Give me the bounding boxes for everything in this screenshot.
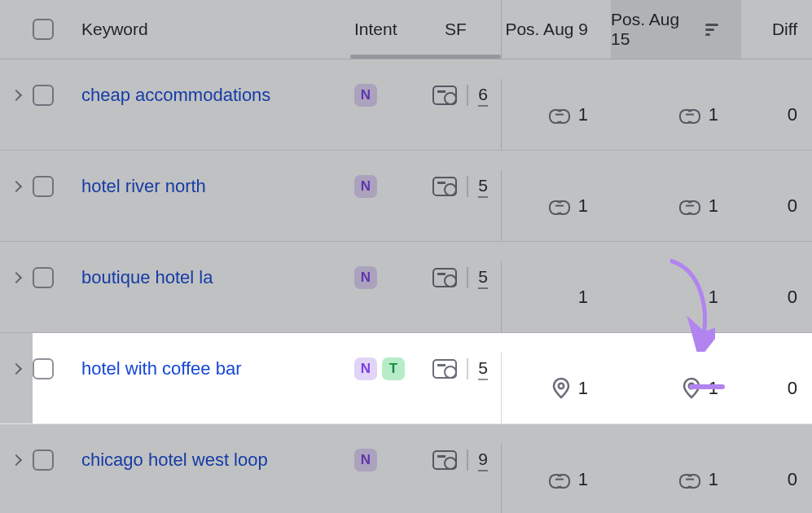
sf-count[interactable]: 9 xyxy=(478,449,488,471)
row-checkbox-cell xyxy=(33,261,81,294)
horizontal-scroll-indicator[interactable] xyxy=(350,55,501,59)
select-all-checkbox[interactable] xyxy=(33,19,54,40)
intent-badge-n[interactable]: N xyxy=(354,449,377,471)
intent-badge-n[interactable]: N xyxy=(354,175,377,198)
divider xyxy=(467,85,468,106)
position-aug15-cell: 1 xyxy=(611,79,741,150)
sf-cell: 6 xyxy=(424,79,501,112)
keyword-table: Keyword Intent SF Pos. Aug 9 Pos. Aug 15… xyxy=(0,0,812,513)
sf-cell: 5 xyxy=(424,261,501,294)
chevron-right-icon xyxy=(11,181,22,192)
sf-count[interactable]: 5 xyxy=(478,358,488,380)
position-aug15-cell: 1 xyxy=(611,444,741,513)
keyword-cell: chicago hotel west loop xyxy=(81,444,354,476)
intent-cell: N xyxy=(354,170,424,203)
serp-features-icon[interactable] xyxy=(432,450,457,470)
keyword-link[interactable]: hotel river north xyxy=(81,176,206,197)
position-aug15-cell: 1 xyxy=(611,170,741,241)
expand-row-toggle[interactable] xyxy=(0,444,33,476)
column-header-keyword[interactable]: Keyword xyxy=(81,0,354,59)
expand-row-toggle[interactable] xyxy=(0,170,33,203)
divider xyxy=(467,267,468,288)
header-expand-spacer xyxy=(0,0,33,59)
chevron-right-icon xyxy=(11,90,22,101)
sf-cell: 5 xyxy=(424,353,501,385)
column-header-pos-aug15[interactable]: Pos. Aug 15 xyxy=(611,0,741,59)
expand-row-toggle[interactable] xyxy=(0,79,33,112)
divider xyxy=(467,449,468,471)
sf-count[interactable]: 5 xyxy=(478,176,488,198)
column-header-sf-label: SF xyxy=(445,20,467,39)
table-header-row: Keyword Intent SF Pos. Aug 9 Pos. Aug 15… xyxy=(0,0,812,59)
link-icon xyxy=(679,109,700,121)
link-icon xyxy=(679,200,700,212)
keyword-link[interactable]: chicago hotel west loop xyxy=(81,449,268,471)
diff-value: 0 xyxy=(788,104,797,125)
serp-features-icon[interactable] xyxy=(432,177,457,196)
position-value: 1 xyxy=(578,469,588,490)
column-header-pos-aug9-label: Pos. Aug 9 xyxy=(505,20,588,39)
column-header-diff[interactable]: Diff xyxy=(741,0,812,59)
position-aug9-cell: 1 xyxy=(501,79,611,150)
column-header-pos-aug9[interactable]: Pos. Aug 9 xyxy=(501,0,611,59)
intent-badge-n[interactable]: N xyxy=(354,357,377,380)
link-icon xyxy=(679,474,700,485)
expand-row-toggle[interactable] xyxy=(0,353,33,385)
position-value: 1 xyxy=(709,104,718,125)
column-header-keyword-label: Keyword xyxy=(81,20,148,39)
serp-features-icon[interactable] xyxy=(432,359,457,379)
position-aug9-cell: 1 xyxy=(501,170,611,241)
column-header-sf[interactable]: SF xyxy=(424,0,501,59)
sf-cell: 5 xyxy=(424,170,501,203)
sf-cell: 9 xyxy=(424,444,501,476)
sort-descending-icon xyxy=(705,24,718,36)
keyword-link[interactable]: cheap accommodations xyxy=(81,85,270,106)
sf-count[interactable]: 5 xyxy=(478,267,488,289)
row-checkbox-cell xyxy=(33,353,81,385)
diff-value: 0 xyxy=(788,195,797,217)
row-checkbox[interactable] xyxy=(33,449,54,471)
serp-features-icon[interactable] xyxy=(432,268,457,287)
row-checkbox-cell xyxy=(33,79,81,112)
column-header-intent[interactable]: Intent xyxy=(354,0,424,59)
intent-cell: N xyxy=(354,79,424,112)
intent-badge-t[interactable]: T xyxy=(382,357,405,380)
diff-value: 0 xyxy=(788,287,797,308)
row-checkbox[interactable] xyxy=(33,176,54,197)
position-value: 1 xyxy=(578,378,588,399)
keyword-link[interactable]: hotel with coffee bar xyxy=(81,358,242,379)
row-checkbox[interactable] xyxy=(33,358,54,379)
table-row: hotel with coffee barNT5110 xyxy=(0,333,812,424)
row-checkbox[interactable] xyxy=(33,85,54,106)
keyword-link[interactable]: boutique hotel la xyxy=(81,267,213,288)
row-checkbox-cell xyxy=(33,444,81,476)
expand-row-toggle[interactable] xyxy=(0,261,33,294)
link-icon xyxy=(549,474,570,485)
position-value: 1 xyxy=(709,195,718,217)
serp-features-icon[interactable] xyxy=(432,86,457,105)
column-header-diff-label: Diff xyxy=(772,20,797,39)
diff-value: 0 xyxy=(788,378,797,399)
position-value: 1 xyxy=(578,104,588,125)
row-checkbox[interactable] xyxy=(33,267,54,288)
intent-badge-n[interactable]: N xyxy=(354,266,377,289)
divider xyxy=(467,358,468,379)
diff-cell: 0 xyxy=(741,261,812,332)
keyword-cell: hotel with coffee bar xyxy=(81,353,354,385)
chevron-right-icon xyxy=(11,363,22,375)
keyword-cell: hotel river north xyxy=(81,170,354,203)
intent-cell: N xyxy=(354,444,424,476)
annotation-underline xyxy=(689,384,725,389)
chevron-right-icon xyxy=(11,272,22,283)
position-value: 1 xyxy=(578,287,588,308)
intent-badge-n[interactable]: N xyxy=(354,84,377,107)
chevron-right-icon xyxy=(11,454,22,466)
position-aug9-cell: 1 xyxy=(501,444,611,513)
map-pin-icon xyxy=(552,377,570,400)
divider xyxy=(467,176,468,197)
diff-value: 0 xyxy=(788,469,797,490)
row-checkbox-cell xyxy=(33,170,81,203)
svg-point-0 xyxy=(559,383,564,388)
position-value: 1 xyxy=(578,195,588,217)
sf-count[interactable]: 6 xyxy=(478,85,488,107)
